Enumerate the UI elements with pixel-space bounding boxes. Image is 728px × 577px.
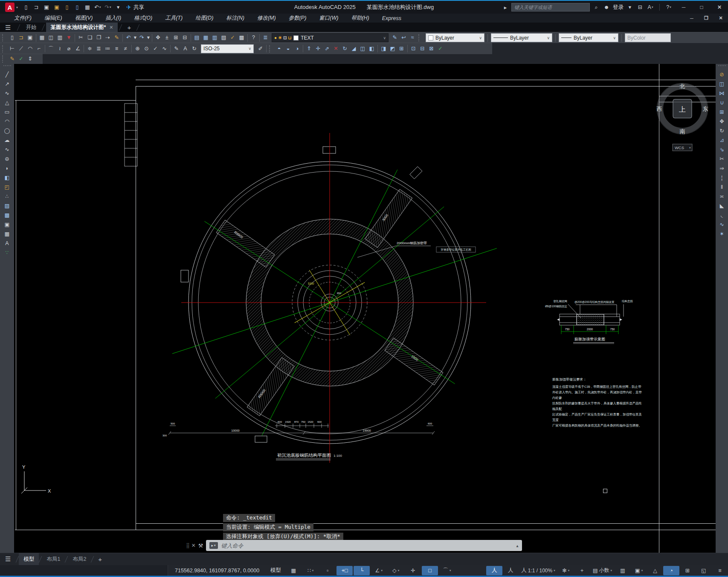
ortho-mode-icon[interactable]: └	[354, 566, 370, 575]
layer-previous-icon[interactable]: ↩	[399, 34, 408, 42]
separate-icon[interactable]: ⊟	[418, 44, 427, 53]
zoom-realtime-icon[interactable]: ±	[162, 34, 171, 42]
qat-open-icon[interactable]: ⊐	[32, 3, 41, 12]
lock-ui-icon[interactable]: ▣▾	[631, 566, 647, 575]
pan-icon[interactable]: ✥	[154, 34, 162, 42]
layer-on-icon[interactable]: ●	[274, 35, 277, 40]
command-line-grip[interactable]: ⣿	[186, 542, 189, 548]
units-button[interactable]: ▤小数▾	[590, 566, 615, 575]
menu-draw[interactable]: 绘图(D)	[189, 14, 220, 22]
menu-format[interactable]: 格式(O)	[128, 14, 159, 22]
menu-file[interactable]: 文件(F)	[8, 14, 38, 22]
compass-north[interactable]: 北	[680, 83, 685, 89]
menu-view[interactable]: 视图(V)	[69, 14, 99, 22]
tab-model[interactable]: 模型	[19, 553, 39, 565]
qat-new-icon[interactable]: ▯	[21, 3, 31, 12]
toolbar-grip[interactable]	[718, 65, 726, 69]
copy-icon[interactable]: ◫	[717, 80, 727, 89]
lineweight-combo[interactable]: ByLayer ∨	[559, 33, 618, 42]
layer-properties-icon[interactable]: ≣	[261, 34, 270, 42]
match-properties-icon[interactable]: ⇢	[103, 34, 112, 42]
clean-screen-icon[interactable]: ◱	[696, 566, 712, 575]
annotation-autoscale-icon[interactable]: 人	[502, 566, 519, 575]
redo-menu-icon[interactable]: ▾	[146, 34, 151, 42]
menu-parametric[interactable]: 参数(P)	[282, 14, 313, 22]
plotstyle-combo[interactable]: ByColor	[625, 33, 671, 42]
new-icon[interactable]: ▯	[8, 34, 17, 42]
grid-display-icon[interactable]: ▦	[285, 566, 302, 575]
solid-intersect-icon[interactable]: ◑	[293, 44, 302, 53]
tab-close-icon[interactable]: ✕	[109, 25, 113, 30]
paste-icon[interactable]: ❐	[94, 34, 103, 42]
spell-check-icon[interactable]: ✓	[17, 55, 26, 63]
center-mark-icon[interactable]: ⊙	[142, 44, 151, 53]
layer-lock-icon[interactable]: ⊔	[288, 35, 291, 40]
copy-clip-icon[interactable]: ❏	[85, 34, 94, 42]
search-go-icon[interactable]: ⌕	[592, 3, 601, 12]
polygon-icon[interactable]: △	[2, 98, 12, 107]
dynamic-input-icon[interactable]: +□	[336, 566, 353, 575]
delete-faces-icon[interactable]: ✕	[331, 44, 340, 53]
qat-save-mobile-icon[interactable]: ▯	[73, 3, 82, 12]
signin-label[interactable]: 登录	[613, 4, 624, 11]
solid-union-icon[interactable]: ◓	[275, 44, 284, 53]
plot-icon[interactable]: ▦	[38, 34, 46, 42]
quick-dim-icon[interactable]: ≑	[85, 44, 94, 53]
tab-layout2[interactable]: 布局2	[68, 553, 91, 565]
snap-mode-icon[interactable]: ∷▾	[302, 566, 319, 575]
minimize-button[interactable]: ─	[675, 2, 692, 13]
close-button[interactable]: ✕	[711, 2, 728, 13]
scale-icon[interactable]: ⊿	[717, 136, 727, 145]
tab-start[interactable]: 开始	[21, 23, 41, 32]
dim-diameter-icon[interactable]: ⌀	[64, 44, 73, 53]
help-button-icon[interactable]: ?	[249, 34, 258, 42]
object-snap-menu-icon[interactable]: ⌒▾	[439, 566, 455, 575]
copy-faces-icon[interactable]: ◫	[358, 44, 367, 53]
command-line-close-icon[interactable]: ✕	[191, 542, 196, 548]
markup-import-icon[interactable]: ✓	[228, 34, 237, 42]
rotate-icon[interactable]: ↻	[717, 127, 727, 136]
autocad-logo[interactable]: A	[5, 3, 15, 12]
menu-modify[interactable]: 修改(M)	[251, 14, 282, 22]
designcenter-icon[interactable]: ▦	[201, 34, 210, 42]
command-prompt-icon[interactable]: ▸▾	[209, 542, 218, 549]
rotate-faces-icon[interactable]: ↻	[340, 44, 349, 53]
annotation-scale-button[interactable]: 人1:1 / 100%▾	[519, 566, 557, 575]
dim-inspect-icon[interactable]: ✓	[151, 44, 160, 53]
move-icon[interactable]: ✥	[717, 117, 727, 126]
infer-constraints-icon[interactable]: ▫	[319, 566, 336, 575]
annotation-monitor-icon[interactable]: +	[574, 566, 590, 575]
qat-plot-icon[interactable]: ▦	[83, 3, 92, 12]
file-tabs-menu-icon[interactable]: ☰	[0, 24, 16, 32]
dimstyle-combo[interactable]: ISO-25 ∨	[201, 44, 254, 53]
clean-icon[interactable]: ⊡	[409, 44, 418, 53]
explode-icon[interactable]: ✶	[717, 230, 727, 239]
menu-edit[interactable]: 编辑(E)	[38, 14, 69, 22]
imprint-icon[interactable]: ⊞	[397, 44, 406, 53]
dim-linear-icon[interactable]: ⊢	[8, 44, 17, 53]
offset-icon[interactable]: ∪	[717, 98, 727, 107]
maximize-button[interactable]: □	[693, 2, 710, 13]
new-layout-button[interactable]: +	[94, 556, 106, 563]
menu-dimension[interactable]: 标注(N)	[220, 14, 251, 22]
compass-south[interactable]: 南	[680, 128, 685, 135]
dim-ordinate-icon[interactable]: ⌐	[35, 44, 44, 53]
dim-jogged-icon[interactable]: ≀	[55, 44, 64, 53]
menu-window[interactable]: 窗口(W)	[313, 14, 345, 22]
plot-preview-icon[interactable]: ◫	[46, 34, 55, 42]
osnap-tracking-icon[interactable]: ✛	[405, 566, 421, 575]
qat-customize-icon[interactable]: ▾	[113, 3, 123, 12]
table-icon[interactable]: ▦	[2, 230, 12, 239]
dim-break-icon[interactable]: ≠	[121, 44, 130, 53]
revision-cloud-icon[interactable]: ☁	[2, 136, 12, 145]
menu-tools[interactable]: 工具(T)	[159, 14, 189, 22]
qat-undo-icon[interactable]: ↶▾	[93, 3, 102, 12]
help-icon[interactable]: ?▾	[664, 3, 673, 12]
dim-continue-icon[interactable]: ≔	[103, 44, 112, 53]
extend-icon[interactable]: ⇒	[717, 164, 727, 173]
doc-minimize-button[interactable]: ─	[684, 14, 699, 23]
isometric-drafting-icon[interactable]: ◇▾	[388, 566, 404, 575]
circle-icon[interactable]: ◯	[2, 127, 12, 136]
model-space-canvas[interactable]: 3000 R9900 R5000 1500 5300 650 2000mm钢筋加…	[14, 64, 716, 553]
dim-space-icon[interactable]: ≡	[112, 44, 121, 53]
